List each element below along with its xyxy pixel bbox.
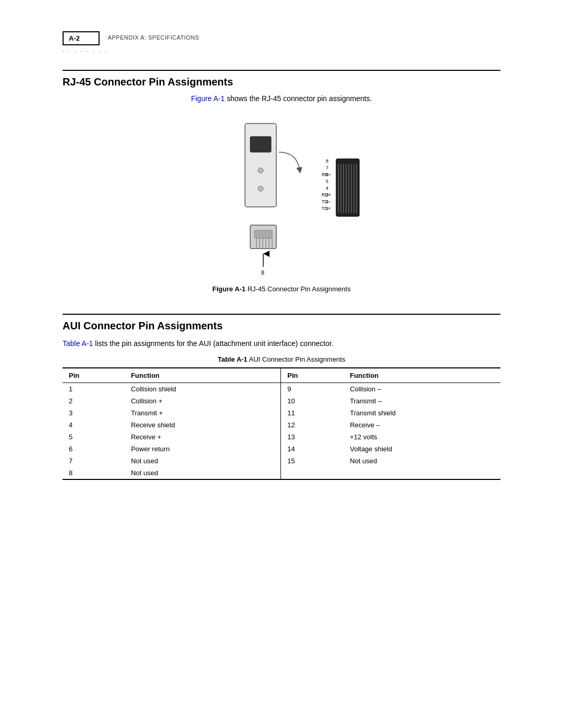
table-row: 2Collision +10Transmit –	[63, 395, 500, 407]
pin2-cell: 15	[281, 455, 344, 467]
table-a1-caption: Table A-1 AUI Connector Pin Assignments	[63, 355, 500, 363]
section-divider-rj45	[63, 70, 500, 71]
func2-cell: Receive –	[344, 419, 500, 431]
pin2-cell: 10	[281, 395, 344, 407]
svg-rect-26	[254, 230, 272, 238]
pin1-cell: 3	[63, 407, 125, 419]
func1-cell: Transmit +	[125, 407, 281, 419]
func1-cell: Receive +	[125, 431, 281, 443]
header-dots: · · · · · · · ·	[63, 48, 108, 54]
svg-rect-1	[250, 137, 271, 152]
svg-text:8: 8	[261, 269, 264, 276]
figure-a1-caption: Figure A-1 RJ-45 Connector Pin Assignmen…	[212, 285, 350, 293]
func1-cell: Not used	[125, 455, 281, 467]
rj45-section-title: RJ-45 Connector Pin Assignments	[63, 76, 500, 88]
header-title: Appendix A: Specifications	[108, 31, 199, 41]
func2-cell: Collision –	[344, 383, 500, 396]
pin2-cell: 14	[281, 443, 344, 455]
table-row: 4Receive shield12Receive –	[63, 419, 500, 431]
table-header-row: Pin Function Pin Function	[63, 368, 500, 383]
col-func2-header: Function	[344, 368, 500, 383]
pin1-cell: 6	[63, 443, 125, 455]
svg-text:4: 4	[326, 186, 328, 191]
section-divider-aui	[63, 314, 500, 315]
svg-point-3	[258, 186, 263, 191]
aui-section: AUI Connector Pin Assignments Table A-1 …	[63, 314, 500, 480]
func1-cell: Not used	[125, 467, 281, 479]
svg-text:5: 5	[326, 179, 328, 184]
rj45-intro: Figure A-1 shows the RJ-45 connector pin…	[63, 94, 500, 103]
svg-text:1: 1	[326, 206, 328, 211]
pin2-cell: 9	[281, 383, 344, 396]
table-row: 8Not used	[63, 467, 500, 479]
pin2-cell	[281, 467, 344, 479]
svg-text:3: 3	[326, 192, 328, 198]
svg-rect-16	[336, 159, 359, 216]
rj45-intro-text: shows the RJ-45 connector pin assignment…	[225, 94, 372, 103]
func1-cell: Power return	[125, 443, 281, 455]
figure-a1-container: 8 7 RD– 6 5 4 RD+ 3 TD– 2 TD+ 1	[63, 113, 500, 293]
figure-caption-text: RJ-45 Connector Pin Assignments	[246, 285, 351, 293]
svg-rect-0	[245, 124, 276, 207]
table-row: 5Receive +13+12 volts	[63, 431, 500, 443]
page: A-2 · · · · · · · · Appendix A: Specific…	[0, 0, 563, 728]
table-caption-text: AUI Connector Pin Assignments	[248, 355, 346, 363]
aui-section-title: AUI Connector Pin Assignments	[63, 320, 500, 332]
rj45-figure: 8 7 RD– 6 5 4 RD+ 3 TD– 2 TD+ 1	[198, 113, 365, 280]
func2-cell: Not used	[344, 455, 500, 467]
table-row: 7Not used15Not used	[63, 455, 500, 467]
func2-cell: Transmit –	[344, 395, 500, 407]
pin1-cell: 8	[63, 467, 125, 479]
table-row: 1Collision shield9Collision –	[63, 383, 500, 396]
pin1-cell: 7	[63, 455, 125, 467]
pin2-cell: 12	[281, 419, 344, 431]
rj45-section: RJ-45 Connector Pin Assignments Figure A…	[63, 70, 500, 293]
page-number: A-2	[63, 31, 100, 45]
func2-cell	[344, 467, 500, 479]
pin2-cell: 13	[281, 431, 344, 443]
pin1-cell: 1	[63, 383, 125, 396]
table-caption-label: Table A-1	[218, 355, 248, 363]
pin2-cell: 11	[281, 407, 344, 419]
col-pin1-header: Pin	[63, 368, 125, 383]
func2-cell: Transmit shield	[344, 407, 500, 419]
svg-text:8: 8	[326, 158, 328, 164]
svg-text:7: 7	[326, 165, 328, 170]
pin1-cell: 5	[63, 431, 125, 443]
func1-cell: Collision +	[125, 395, 281, 407]
table-a1-link[interactable]: Table A-1	[63, 339, 93, 348]
aui-pin-table: Pin Function Pin Function 1Collision shi…	[63, 367, 500, 480]
aui-intro-text: lists the pin assignments for the AUI (a…	[93, 339, 333, 348]
func1-cell: Receive shield	[125, 419, 281, 431]
figure-a1-link[interactable]: Figure A-1	[191, 94, 225, 103]
func1-cell: Collision shield	[125, 383, 281, 396]
figure-caption-label: Figure A-1	[212, 285, 246, 293]
func2-cell: +12 volts	[344, 431, 500, 443]
pin1-cell: 2	[63, 395, 125, 407]
table-row: 6Power return14Voltage shield	[63, 443, 500, 455]
svg-point-2	[258, 168, 263, 173]
page-header: A-2 · · · · · · · · Appendix A: Specific…	[63, 31, 500, 54]
svg-text:2: 2	[326, 199, 328, 204]
col-func1-header: Function	[125, 368, 281, 383]
aui-intro: Table A-1 lists the pin assignments for …	[63, 338, 500, 349]
table-row: 3Transmit +11Transmit shield	[63, 407, 500, 419]
svg-text:6: 6	[326, 172, 328, 177]
func2-cell: Voltage shield	[344, 443, 500, 455]
col-pin2-header: Pin	[281, 368, 344, 383]
pin1-cell: 4	[63, 419, 125, 431]
